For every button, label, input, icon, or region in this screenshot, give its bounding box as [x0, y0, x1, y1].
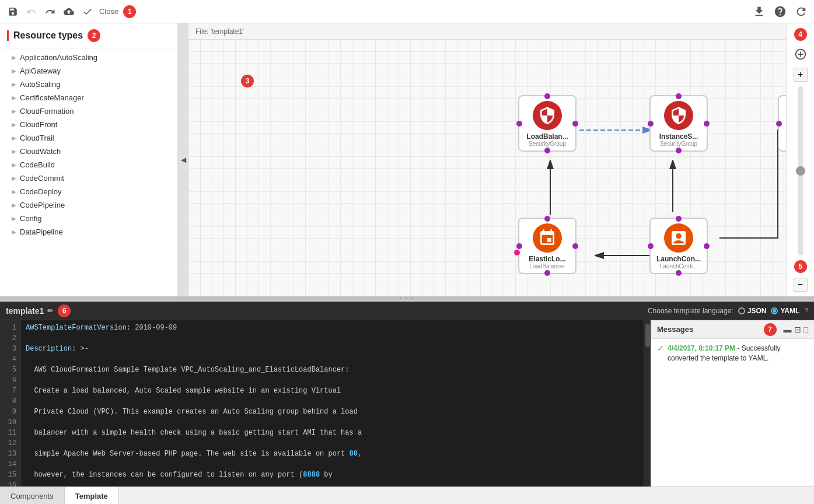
yaml-radio[interactable]: YAML: [771, 307, 799, 315]
canvas-body[interactable]: 3: [188, 40, 786, 296]
messages-panel: Messages 7 ▬ ⊟ □ ✓ 4/4/2017, 8:10:17 PM …: [651, 320, 814, 487]
yaml-radio-dot[interactable]: [771, 307, 778, 314]
sidebar-item-autoscaling[interactable]: ▶ AutoScaling: [0, 78, 177, 91]
dot-bottom: [676, 270, 682, 276]
redo-icon[interactable]: [43, 5, 57, 19]
sidebar-item-applicationautoscaling[interactable]: ▶ ApplicationAutoScaling: [0, 51, 177, 64]
node-webserver[interactable]: WebServer... AutoScaling...: [778, 95, 786, 152]
tab-components[interactable]: Components: [0, 487, 65, 504]
sidebar-item-codebuild[interactable]: ▶ CodeBuild: [0, 158, 177, 172]
dot-right: [704, 243, 710, 249]
dot-bottom: [676, 148, 682, 153]
sidebar-item-certificatemanager[interactable]: ▶ CertificateManager: [0, 91, 177, 104]
sidebar-item-config[interactable]: ▶ Config: [0, 212, 177, 225]
dot-top: [676, 216, 682, 222]
expand-icon: ▶: [12, 202, 16, 208]
bottom-tabs: Components Template: [0, 487, 814, 504]
dot-right: [704, 121, 710, 127]
node-subtitle-launchcon: LaunchConfi...: [660, 263, 698, 270]
expand-icon: ▶: [12, 215, 16, 222]
expand-icon: ▶: [12, 229, 16, 235]
language-selector: Choose template language: JSON YAML ?: [648, 307, 808, 315]
zoom-slider[interactable]: [798, 86, 803, 256]
sidebar-item-codecommit[interactable]: ▶ CodeCommit: [0, 172, 177, 185]
sidebar-item-datapipeline[interactable]: ▶ DataPipeline: [0, 225, 177, 239]
dot-top: [544, 93, 550, 99]
bottom-main: 1234567891011121314151617 AWSTemplateFor…: [0, 320, 814, 487]
node-icon-instances-sg: [664, 101, 693, 130]
bottom-toolbar: template1 ✏ 6 Choose template language: …: [0, 302, 814, 320]
tab-template[interactable]: Template: [65, 487, 119, 504]
node-elasticlo[interactable]: ElasticLo... LoadBalancer: [518, 218, 577, 274]
save-icon[interactable]: [6, 5, 20, 19]
messages-header: Messages 7 ▬ ⊟ □: [651, 320, 814, 339]
upload-icon[interactable]: [62, 5, 76, 19]
sidebar-item-apigateway[interactable]: ▶ ApiGateway: [0, 64, 177, 78]
expand-icon: ▶: [12, 108, 16, 114]
undo-icon[interactable]: [25, 5, 39, 19]
check-icon: ✓: [657, 344, 664, 363]
expand-icon: ▶: [12, 135, 16, 141]
dot-left: [776, 121, 782, 127]
template-name: template1 ✏: [6, 306, 53, 316]
canvas-header: File: 'template1': [188, 23, 786, 40]
badge-4: 4: [794, 28, 807, 41]
sidebar-item-cloudfront[interactable]: ▶ CloudFront: [0, 118, 177, 131]
code-scrollbar[interactable]: [644, 320, 651, 487]
sidebar-item-cloudtrail[interactable]: ▶ CloudTrail: [0, 131, 177, 145]
toolbar-right: [752, 5, 808, 19]
dot-elastic-left: [514, 250, 520, 256]
expand-icon: ▶: [12, 188, 16, 195]
messages-title: Messages: [657, 325, 759, 334]
zoom-out-button[interactable]: −: [794, 278, 808, 292]
expand-icon: ▶: [12, 162, 16, 168]
resource-type-list: ▶ ApplicationAutoScaling ▶ ApiGateway ▶ …: [0, 48, 177, 241]
expand-icon: ▶: [12, 54, 16, 61]
sidebar-item-cloudformation[interactable]: ▶ CloudFormation: [0, 104, 177, 118]
sidebar-item-codedeploy[interactable]: ▶ CodeDeploy: [0, 185, 177, 198]
message-item: ✓ 4/4/2017, 8:10:17 PM - Successfully co…: [657, 344, 808, 363]
edit-icon[interactable]: ✏: [47, 307, 53, 315]
canvas-wrapper: File: 'template1' 3: [188, 23, 786, 296]
json-radio-dot[interactable]: [738, 307, 745, 314]
dot-right: [572, 121, 578, 127]
expand-icon: ▶: [12, 81, 16, 88]
sidebar-badge: 2: [88, 29, 100, 42]
download-icon[interactable]: [752, 5, 766, 19]
node-instances-sg[interactable]: InstanceS... SecurityGroup: [649, 95, 708, 152]
messages-badge: 7: [764, 323, 777, 336]
dot-left: [648, 243, 654, 249]
panel-maximize-button[interactable]: □: [803, 325, 808, 334]
refresh-icon[interactable]: [794, 5, 808, 19]
bottom-section: template1 ✏ 6 Choose template language: …: [0, 300, 814, 487]
node-title-elasticlo: ElasticLo...: [529, 255, 565, 263]
sidebar: Resource types 2 ▶ ApplicationAutoScalin…: [0, 23, 178, 296]
zoom-thumb: [796, 166, 805, 176]
canvas-right-panel: 4 + 5 −: [786, 23, 814, 296]
sidebar-item-cloudwatch[interactable]: ▶ CloudWatch: [0, 145, 177, 158]
code-panel: 1234567891011121314151617 AWSTemplateFor…: [0, 320, 644, 487]
json-radio[interactable]: JSON: [738, 307, 767, 315]
node-loadbalancer-sg[interactable]: LoadBalan... SecurityGroup: [518, 95, 577, 152]
main-area: Resource types 2 ▶ ApplicationAutoScalin…: [0, 23, 814, 296]
sidebar-collapse-button[interactable]: ◀: [178, 23, 188, 296]
code-editor[interactable]: 1234567891011121314151617 AWSTemplateFor…: [0, 320, 644, 487]
dot-left: [516, 243, 522, 249]
panel-split-button[interactable]: ⊟: [794, 325, 801, 334]
check-icon[interactable]: [81, 5, 95, 19]
sidebar-item-codepipeline[interactable]: ▶ CodePipeline: [0, 198, 177, 212]
help-icon[interactable]: [773, 5, 787, 19]
panel-controls: ▬ ⊟ □: [784, 325, 808, 334]
node-launchcon[interactable]: LaunchCon... LaunchConfi...: [649, 218, 708, 274]
node-icon-loadbalancer-sg: [533, 101, 562, 130]
help-icon-lang[interactable]: ?: [804, 307, 808, 315]
sidebar-title: Resource types: [7, 30, 83, 41]
line-numbers: 1234567891011121314151617: [0, 320, 21, 487]
dot-top: [676, 93, 682, 99]
close-button[interactable]: Close: [99, 7, 118, 16]
panel-minimize-button[interactable]: ▬: [784, 325, 792, 334]
crosshair-icon[interactable]: [792, 46, 809, 63]
code-content[interactable]: AWSTemplateFormatVersion: 2010-09-09 Des…: [21, 320, 644, 487]
badge-1: 1: [123, 5, 136, 18]
zoom-in-button[interactable]: +: [794, 68, 808, 82]
